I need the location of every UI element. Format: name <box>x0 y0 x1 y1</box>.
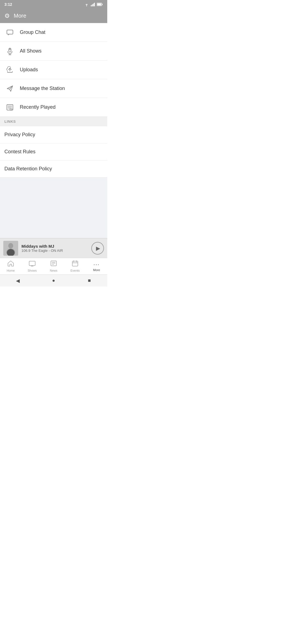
wifi-icon <box>84 2 89 6</box>
play-button[interactable]: ▶ <box>91 242 104 255</box>
group-chat-label: Group Chat <box>20 29 45 35</box>
recents-button[interactable]: ■ <box>84 276 94 286</box>
svg-rect-23 <box>29 261 35 266</box>
now-playing-info: Middays with MJ 106.9 The Eagle - ON AIR <box>21 244 91 253</box>
svg-rect-4 <box>94 3 95 6</box>
uploads-label: Uploads <box>20 67 38 73</box>
nav-news[interactable]: News <box>43 258 64 274</box>
links-list: Privacy Policy Contest Rules Data Retent… <box>0 126 107 178</box>
nav-events-label: Events <box>70 269 80 272</box>
status-icons <box>84 2 103 6</box>
mic-icon <box>4 46 15 57</box>
menu-item-recently-played[interactable]: Recently Played <box>0 98 107 117</box>
privacy-policy-label: Privacy Policy <box>4 132 35 138</box>
nav-shows[interactable]: Shows <box>21 258 43 274</box>
status-time: 3:12 <box>4 2 12 7</box>
menu-list: Group Chat All Shows Uploads <box>0 23 107 117</box>
shows-icon <box>29 260 35 268</box>
svg-point-13 <box>9 49 10 50</box>
more-icon: ··· <box>94 261 100 268</box>
back-button[interactable]: ◀ <box>13 276 23 286</box>
nav-shows-label: Shows <box>28 269 37 272</box>
menu-item-message-station[interactable]: Message the Station <box>0 79 107 98</box>
data-retention-label: Data Retention Policy <box>4 166 52 172</box>
svg-rect-1 <box>91 5 92 6</box>
recently-played-label: Recently Played <box>20 104 56 110</box>
recently-played-icon <box>4 102 15 113</box>
upload-icon <box>4 64 15 75</box>
svg-point-0 <box>86 6 87 6</box>
message-station-label: Message the Station <box>20 86 65 91</box>
signal-icon <box>91 2 95 6</box>
settings-icon: ⚙ <box>4 12 10 20</box>
now-playing-title: Middays with MJ <box>21 244 91 249</box>
page-title: More <box>14 13 26 19</box>
menu-item-all-shows[interactable]: All Shows <box>0 42 107 61</box>
group-chat-icon <box>4 27 15 38</box>
status-bar: 3:12 <box>0 0 107 9</box>
events-icon <box>72 260 78 268</box>
battery-icon <box>97 3 103 6</box>
svg-rect-8 <box>7 30 13 34</box>
now-playing-subtitle: 106.9 The Eagle - ON AIR <box>21 249 91 253</box>
nav-more[interactable]: ··· More <box>86 258 107 274</box>
svg-point-20 <box>8 243 13 249</box>
svg-rect-30 <box>72 261 78 266</box>
contest-rules-label: Contest Rules <box>4 149 35 155</box>
svg-rect-7 <box>102 4 103 5</box>
svg-rect-6 <box>97 4 101 6</box>
nav-more-label: More <box>93 268 100 272</box>
bottom-nav: Home Shows News <box>0 258 107 274</box>
nav-events[interactable]: Events <box>64 258 86 274</box>
svg-point-12 <box>9 48 10 49</box>
nav-home[interactable]: Home <box>0 258 21 274</box>
avatar <box>3 241 18 256</box>
menu-item-group-chat[interactable]: Group Chat <box>0 23 107 42</box>
now-playing-bar[interactable]: Middays with MJ 106.9 The Eagle - ON AIR… <box>0 238 107 258</box>
home-icon <box>7 260 14 268</box>
nav-home-label: Home <box>7 269 15 272</box>
system-nav: ◀ ● ■ <box>0 274 107 286</box>
svg-rect-2 <box>92 4 93 6</box>
svg-rect-3 <box>93 4 94 6</box>
page-header: ⚙ More <box>0 9 107 23</box>
links-section-header: LINKS <box>0 117 107 126</box>
content-empty-area <box>0 178 107 238</box>
home-button[interactable]: ● <box>49 276 59 286</box>
news-icon <box>50 260 57 268</box>
menu-item-uploads[interactable]: Uploads <box>0 61 107 79</box>
send-icon <box>4 83 15 94</box>
play-icon: ▶ <box>96 245 100 252</box>
link-privacy-policy[interactable]: Privacy Policy <box>0 126 107 143</box>
link-data-retention[interactable]: Data Retention Policy <box>0 160 107 178</box>
nav-news-label: News <box>50 269 57 272</box>
link-contest-rules[interactable]: Contest Rules <box>0 143 107 160</box>
all-shows-label: All Shows <box>20 48 42 54</box>
